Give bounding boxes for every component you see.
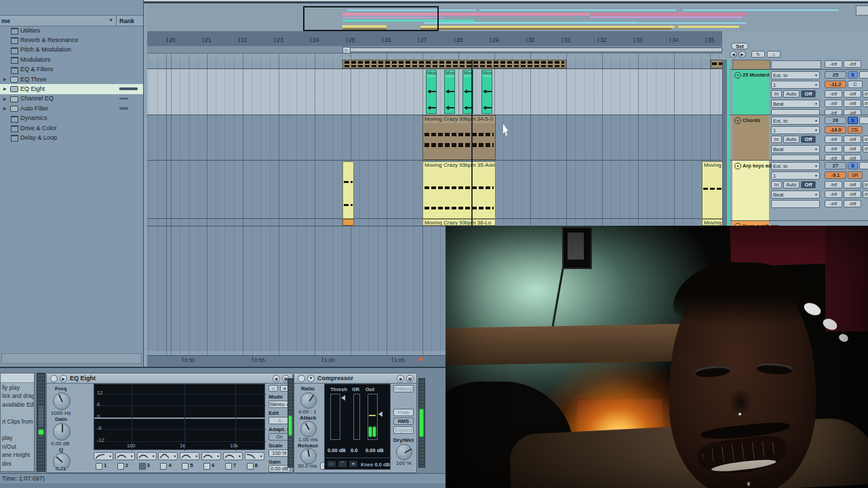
pan-display[interactable]: 6R: [848, 171, 863, 179]
hotswap-icon[interactable]: ◉: [397, 375, 404, 382]
solo-button[interactable]: S: [848, 71, 858, 79]
arm-button-partial[interactable]: [859, 162, 868, 169]
track-fold-icon[interactable]: ▼: [734, 117, 741, 124]
output-channel-box[interactable]: [771, 155, 820, 160]
output-channel-box[interactable]: [771, 200, 820, 208]
eq-gain-knob[interactable]: [53, 423, 71, 441]
comp-meter-display[interactable]: ThreshGROut 0.00 dB0.00.00 dB ⌐ ⌒ ✦ Knee…: [324, 384, 391, 470]
browser-item-auto-filter[interactable]: ▶Auto Filter: [0, 104, 143, 113]
comp-curve-1-button[interactable]: ⌐: [327, 460, 336, 468]
comp-expand-button[interactable]: Expand: [393, 426, 414, 434]
send-value[interactable]: -inf: [844, 100, 861, 107]
send-value[interactable]: -inf: [863, 136, 868, 143]
comp-thresh-handle[interactable]: [341, 395, 345, 401]
overview-right-handle[interactable]: [856, 5, 868, 16]
send-value[interactable]: -inf: [825, 190, 842, 198]
device-title-bar[interactable]: ▶ EQ Eight ◉ ▦: [47, 373, 292, 384]
beat-scrub-strip[interactable]: [147, 54, 727, 60]
comp-attack-knob[interactable]: [300, 421, 317, 437]
lock-envelopes-button[interactable]: ⌂: [767, 51, 781, 58]
device-fold-icon[interactable]: ▼: [307, 375, 315, 382]
solo-button[interactable]: S: [848, 162, 858, 169]
comp-makeup-button[interactable]: Makeup: [393, 385, 414, 392]
device-title-bar[interactable]: ▼ Compressor ◉ ▦: [294, 373, 416, 384]
volume-display[interactable]: -9.1: [825, 171, 846, 179]
eq-freq-value[interactable]: 1000 Hz: [51, 410, 71, 416]
device-power-led[interactable]: [298, 375, 305, 382]
monitor-auto-button[interactable]: Auto: [783, 136, 800, 143]
overview-viewport-box[interactable]: [303, 6, 439, 31]
comp-meter-value[interactable]: 0.00 dB: [328, 447, 346, 453]
eq-band-2-enable-checkbox[interactable]: [117, 463, 124, 470]
loop-brace[interactable]: [350, 47, 722, 52]
eq-band-4-enable-checkbox[interactable]: [160, 463, 167, 470]
eq-curve-display[interactable]: 1260-6-121001k10k: [94, 384, 265, 450]
comp-release-knob[interactable]: [300, 448, 317, 464]
eq-band-8-enable-checkbox[interactable]: [247, 463, 254, 470]
browser-item-eq-eight[interactable]: ▶EQ Eight: [0, 84, 143, 94]
track-fold-icon[interactable]: ▼: [734, 163, 741, 169]
monitor-in-button[interactable]: In: [771, 90, 782, 98]
send-value[interactable]: -inf: [863, 90, 868, 98]
eq-band-1-filter-select[interactable]: ▼: [94, 452, 113, 460]
output-select[interactable]: Beat▼: [771, 100, 820, 108]
browser-item-modulators[interactable]: Modulators: [0, 55, 143, 64]
eq-band-1-enable-checkbox[interactable]: [96, 463, 102, 470]
pan-display[interactable]: 25L: [848, 126, 863, 134]
volume-display[interactable]: -11.2: [825, 81, 846, 88]
send-value[interactable]: -inf: [825, 100, 842, 107]
clip-moving-crazy-36[interactable]: Moving Crazy 93bpm 36-Lo: [422, 219, 496, 226]
send-value[interactable]: -inf: [825, 136, 842, 143]
send-value[interactable]: -inf: [825, 90, 842, 98]
monitor-off-button[interactable]: Off: [801, 90, 816, 98]
track-name-area[interactable]: ▼25 Mustard Hey: [732, 70, 769, 115]
comp-thresh-meter[interactable]: [330, 394, 340, 440]
browser-item-reverb-resonance[interactable]: Reverb & Resonance: [0, 35, 143, 45]
eq-band-7-filter-select[interactable]: ▼: [223, 452, 243, 460]
clip-moving-crazy-34[interactable]: Moving Crazy 93bpm 34-5-0: [422, 115, 496, 160]
midi-clip-mus[interactable]: Mus: [481, 70, 492, 114]
comp-drywet-knob[interactable]: [396, 444, 412, 460]
browser-item-eq-filters[interactable]: EQ & Filters: [0, 65, 143, 75]
input-select[interactable]: Ext. In▼: [771, 117, 820, 125]
arm-button-partial[interactable]: [859, 71, 868, 79]
monitor-off-button[interactable]: Off: [801, 181, 816, 188]
eq-band-6-enable-checkbox[interactable]: [203, 463, 210, 470]
comp-knee-value[interactable]: Knee 6.0 dB: [361, 462, 390, 468]
eq-band-5-filter-select[interactable]: ▼: [180, 452, 199, 460]
expand-arrow-icon[interactable]: ▶: [3, 96, 7, 101]
master-send-value[interactable]: -inf: [844, 60, 861, 68]
comp-out-handle[interactable]: [378, 411, 382, 417]
expand-arrow-icon[interactable]: ▶: [3, 77, 7, 81]
midi-clip-mus[interactable]: Mus: [426, 70, 437, 114]
monitor-auto-button[interactable]: Auto: [783, 181, 800, 188]
track-number-display[interactable]: 25: [825, 71, 846, 79]
send-value[interactable]: -inf: [863, 190, 868, 198]
eq-band-2-filter-select[interactable]: ▼: [115, 452, 135, 460]
clip-orange-sliver[interactable]: [342, 219, 354, 226]
input-select[interactable]: Ext. In▼: [771, 162, 820, 170]
output-select[interactable]: Beat▼: [771, 190, 820, 199]
eq-q-value[interactable]: 0.71: [56, 466, 66, 472]
eq-band-3-enable-checkbox[interactable]: [139, 463, 146, 470]
device-activator-icon[interactable]: ▶: [60, 375, 67, 382]
arm-button-partial[interactable]: [859, 117, 868, 124]
track-name-area[interactable]: ▼Arp keys add: [732, 161, 769, 220]
save-preset-icon[interactable]: ▦: [406, 375, 414, 382]
monitor-in-button[interactable]: In: [771, 136, 782, 143]
arrangement-overview[interactable]: [147, 3, 868, 32]
send-value[interactable]: -inf: [844, 190, 861, 198]
send-value[interactable]: -inf: [844, 90, 861, 98]
loop-strip[interactable]: ▷: [147, 46, 722, 54]
eq-gain-value[interactable]: 0.00 dB: [51, 441, 70, 447]
pan-display[interactable]: C: [848, 81, 863, 88]
eq-freq-knob[interactable]: [53, 392, 71, 410]
send-value[interactable]: -inf: [844, 109, 861, 115]
send-value[interactable]: -inf: [825, 145, 842, 152]
volume-display[interactable]: -14.9: [825, 126, 846, 134]
input-channel-select[interactable]: 1▼: [771, 126, 820, 134]
comp-ratio-value[interactable]: 4.00 : 1: [298, 409, 317, 415]
send-value[interactable]: -inf: [844, 155, 861, 160]
comp-meter-value[interactable]: 0.0: [351, 447, 357, 453]
clip-moving-crazy-35[interactable]: Moving Crazy 93bpm 35-Add: [422, 161, 496, 219]
